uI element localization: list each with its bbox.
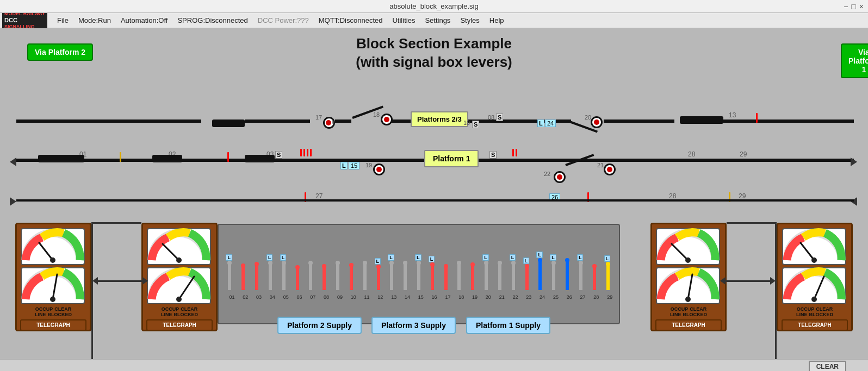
l-tag-24: L [537, 120, 544, 127]
lever-stick-24[interactable] [538, 260, 542, 290]
block-panel-left2: OCCUP CLEAR LINE BLOCKED TELEGRAPH [141, 223, 218, 331]
left-arrow-main [10, 158, 16, 166]
telegraph-btn-right1[interactable]: TELEGRAPH [655, 319, 722, 331]
lever-stick-03[interactable] [255, 264, 258, 290]
via-platform1-button[interactable]: Via Platform 1 [841, 43, 868, 78]
signal-08-group [511, 148, 528, 163]
lever-stick-08[interactable] [323, 266, 326, 290]
lever-stick-29[interactable] [606, 264, 610, 290]
menu-utilities[interactable]: Utilities [388, 15, 419, 26]
lever-stick-07[interactable] [309, 263, 312, 290]
signal-18-label: 18 [373, 111, 380, 118]
lever-stick-01[interactable] [228, 263, 231, 290]
gauge-right2-bottom [782, 267, 847, 305]
lever-stick-05[interactable] [282, 263, 286, 290]
lever-stick-09[interactable] [336, 263, 339, 290]
telegraph-btn-left1[interactable]: TELEGRAPH [20, 319, 86, 331]
lever-num-26: 26 [562, 294, 576, 300]
lever-stick-06[interactable] [296, 267, 299, 290]
l-tag-lever-27: L [577, 254, 584, 261]
svg-point-23 [811, 297, 817, 302]
menu-sprog[interactable]: SPROG:Disconnected [173, 15, 252, 26]
lever-num-20: 20 [481, 294, 495, 300]
maximize-btn[interactable]: □ [851, 2, 855, 11]
track-num-27: 27 [315, 192, 323, 200]
signal-18[interactable] [381, 114, 393, 125]
svg-point-5 [50, 297, 55, 302]
signal-22[interactable] [554, 171, 566, 183]
close-btn[interactable]: × [859, 2, 864, 11]
track-block-01 [38, 155, 84, 162]
via-platform2-button[interactable]: Via Platform 2 [27, 43, 93, 61]
menu-dcc-power: DCC Power:??? [253, 15, 313, 26]
menu-styles[interactable]: Styles [456, 15, 483, 26]
lever-stick-13[interactable] [390, 263, 393, 290]
lever-num-24: 24 [536, 294, 549, 300]
lever-stick-18[interactable] [457, 263, 461, 290]
upper-track-far-right [723, 120, 854, 123]
lever-stick-27[interactable] [579, 263, 582, 290]
menu-file[interactable]: File [53, 15, 73, 26]
lower-return-track [16, 199, 854, 202]
lever-num-01: 01 [225, 294, 239, 300]
lever-stick-04[interactable] [269, 263, 272, 290]
lever-stick-28[interactable] [593, 266, 596, 290]
main-area: Block Section Example (with signal box l… [0, 28, 868, 371]
lever-stick-10[interactable] [350, 265, 353, 290]
lever-num-11: 11 [360, 294, 374, 300]
l-tag-lever-16: L [429, 256, 435, 262]
signal-20[interactable] [591, 116, 603, 128]
lever-stick-17[interactable] [444, 266, 448, 290]
signal-19[interactable] [373, 164, 385, 175]
lever-stick-22[interactable] [512, 263, 515, 290]
lever-stick-21[interactable] [498, 263, 501, 290]
lever-num-10: 10 [346, 294, 360, 300]
telegraph-btn-right2[interactable]: TELEGRAPH [782, 319, 848, 331]
lever-num-19: 19 [468, 294, 482, 300]
svg-point-11 [176, 297, 182, 302]
l-tag-lever-24: L [536, 251, 543, 258]
lever-stick-25[interactable] [552, 263, 555, 290]
minimize-btn[interactable]: − [844, 2, 848, 11]
signal-21[interactable] [604, 164, 616, 175]
menu-help[interactable]: Help [485, 15, 509, 26]
window-controls[interactable]: − □ × [844, 2, 864, 11]
l-tag-lever-01: L [226, 254, 232, 261]
menu-automation[interactable]: Automation:Off [116, 15, 172, 26]
lever-stick-16[interactable] [431, 265, 434, 290]
lever-stick-12[interactable] [377, 267, 380, 290]
lever-stick-19[interactable] [471, 265, 474, 290]
menu-mode[interactable]: Mode:Run [74, 15, 115, 26]
track-num-29b: 29 [739, 192, 746, 200]
l-tag-lever-20: L [482, 254, 489, 261]
platform3-supply-label: Platform 3 Supply [371, 317, 456, 334]
lever-stick-02[interactable] [241, 266, 245, 290]
menu-mqtt[interactable]: MQTT:Disconnected [314, 15, 387, 26]
signal-22-label: 22 [544, 171, 550, 177]
lever-num-29: 29 [603, 294, 617, 300]
l-tag-lever-05: L [280, 254, 287, 261]
panel-labels-right2b: LINE BLOCKED [782, 312, 848, 317]
lever-container: LLLLLLLLLLLLLL [223, 233, 615, 290]
telegraph-btn-left2[interactable]: TELEGRAPH [146, 319, 213, 331]
left-conn-top [91, 222, 141, 224]
block-panel-left1: OCCUP CLEAR LINE BLOCKED TELEGRAPH [15, 223, 91, 331]
clear-button[interactable]: CLEAR [809, 361, 846, 371]
lever-stick-23[interactable] [525, 266, 529, 290]
panel-labels-left2: OCCUP CLEAR [146, 306, 213, 312]
lever-num-08: 08 [320, 294, 333, 300]
gauge-left2-bottom [146, 267, 212, 305]
track-num-29: 29 [740, 150, 747, 158]
lever-stick-14[interactable] [404, 263, 407, 290]
lever-stick-20[interactable] [485, 263, 488, 290]
lever-stick-11[interactable] [363, 263, 367, 290]
panel-labels-right1: OCCUP CLEAR [655, 306, 722, 312]
lever-stick-15[interactable] [417, 263, 420, 290]
gauge-left1-bottom [20, 267, 85, 305]
lever-stick-26[interactable] [566, 260, 569, 290]
signal-17[interactable]: │ [323, 117, 335, 129]
l-tag-lever-29: L [604, 255, 611, 262]
menu-settings[interactable]: Settings [420, 15, 455, 26]
lever-num-27: 27 [576, 294, 590, 300]
l-tag-15: L [340, 162, 348, 169]
